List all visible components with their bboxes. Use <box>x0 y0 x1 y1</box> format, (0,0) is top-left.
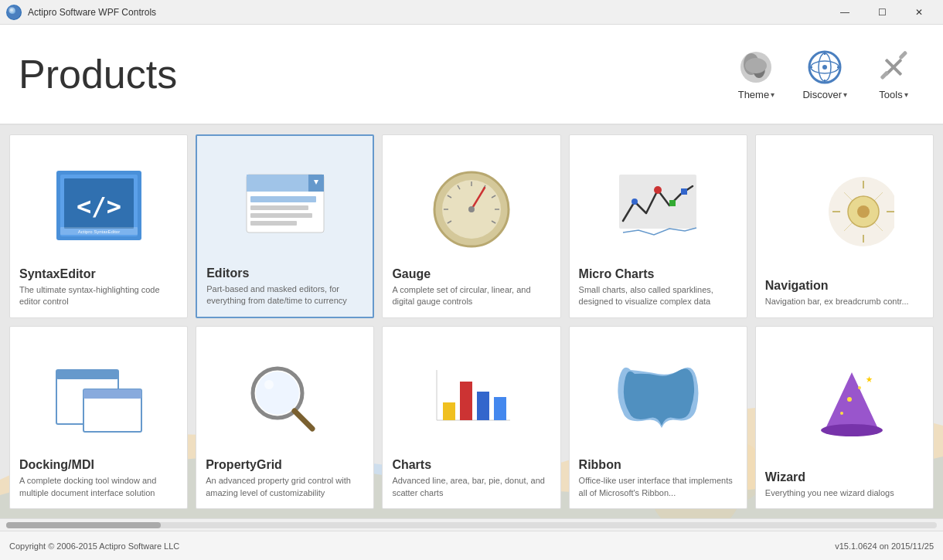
syntaxeditor-title: SyntaxEditor <box>19 267 178 281</box>
svg-rect-49 <box>619 175 696 229</box>
svg-point-83 <box>858 386 861 389</box>
dockingmdi-title: Docking/MDI <box>19 458 178 472</box>
svg-rect-32 <box>250 196 316 202</box>
svg-point-64 <box>857 205 870 218</box>
microcharts-icon <box>579 144 737 267</box>
navigation-icon <box>765 144 924 279</box>
wizard-desc: Everything you nee wizard dialogs <box>765 487 924 499</box>
svg-point-81 <box>821 424 883 436</box>
header: Products Theme <box>0 25 943 125</box>
header-nav: Theme Discover <box>725 42 924 107</box>
svg-rect-18 <box>880 70 889 80</box>
footer-version: v15.1.0624 on 2015/11/25 <box>835 541 934 551</box>
svg-point-1 <box>9 8 15 14</box>
product-card-charts[interactable]: Charts Advanced line, area, bar, pie, do… <box>382 326 560 510</box>
svg-text:</>: </> <box>77 192 121 221</box>
gauge-title: Gauge <box>392 267 550 281</box>
ribbon-title: Ribbon <box>579 458 737 472</box>
svg-point-6 <box>745 58 767 73</box>
svg-line-71 <box>294 411 312 429</box>
product-grid: </> Actipro SyntaxEditor SyntaxEditor Th… <box>0 125 943 518</box>
titlebar-title: Actipro Software WPF Controls <box>28 7 827 18</box>
footer: Copyright © 2006-2015 Actipro Software L… <box>0 531 943 560</box>
product-card-ribbon[interactable]: Ribbon Office-like user interface that i… <box>569 326 747 510</box>
wizard-icon <box>765 336 924 470</box>
svg-point-82 <box>847 397 852 402</box>
wizard-title: Wizard <box>765 470 924 484</box>
navigation-title: Navigation <box>765 279 924 293</box>
propertygrid-icon <box>206 336 364 459</box>
svg-rect-76 <box>443 402 455 420</box>
editors-desc: Part-based and masked editors, for every… <box>206 283 363 307</box>
nav-tools[interactable]: Tools <box>863 42 924 107</box>
product-card-gauge[interactable]: Gauge A complete set of circular, linear… <box>382 134 560 318</box>
discover-label: Discover <box>802 89 847 100</box>
gauge-desc: A complete set of circular, linear, and … <box>392 284 550 308</box>
svg-marker-85 <box>866 376 873 382</box>
scrollbar-track[interactable] <box>6 522 937 528</box>
syntaxeditor-desc: The ultimate syntax-highlighting code ed… <box>19 284 178 308</box>
svg-text:Actipro SyntaxEditor: Actipro SyntaxEditor <box>77 229 119 234</box>
svg-point-0 <box>7 5 21 19</box>
theme-icon <box>737 49 774 86</box>
svg-rect-77 <box>460 382 472 420</box>
svg-point-84 <box>840 412 843 415</box>
product-card-editors[interactable]: Editors Part-based and masked editors, f… <box>196 134 374 318</box>
svg-rect-66 <box>56 370 118 379</box>
svg-point-51 <box>654 186 662 194</box>
page-title: Products <box>19 51 725 97</box>
minimize-button[interactable]: — <box>827 2 863 23</box>
svg-rect-35 <box>250 221 297 226</box>
syntaxeditor-icon: </> Actipro SyntaxEditor <box>19 144 178 267</box>
svg-rect-17 <box>898 50 907 59</box>
svg-rect-78 <box>477 392 489 420</box>
nav-discover[interactable]: Discover <box>793 42 856 107</box>
svg-rect-79 <box>494 397 506 420</box>
product-card-propertygrid[interactable]: PropertyGrid An advanced property grid c… <box>196 326 374 510</box>
product-card-wizard[interactable]: Wizard Everything you nee wizard dialogs <box>755 326 934 510</box>
tools-label: Tools <box>879 89 907 100</box>
maximize-button[interactable]: ☐ <box>864 2 900 23</box>
footer-copyright: Copyright © 2006-2015 Actipro Software L… <box>9 541 179 551</box>
svg-point-50 <box>632 199 638 205</box>
charts-desc: Advanced line, area, bar, pie, donut, an… <box>392 475 550 499</box>
app-logo <box>6 5 22 20</box>
editors-icon <box>206 145 363 266</box>
microcharts-desc: Small charts, also called sparklines, de… <box>579 284 737 308</box>
product-card-dockingmdi[interactable]: Docking/MDI A complete docking tool wind… <box>9 326 188 510</box>
svg-rect-34 <box>250 213 312 218</box>
svg-rect-52 <box>669 200 676 206</box>
microcharts-title: Micro Charts <box>579 267 737 281</box>
svg-marker-80 <box>825 372 879 430</box>
product-card-microcharts[interactable]: Micro Charts Small charts, also called s… <box>569 134 747 318</box>
product-card-navigation[interactable]: Navigation Navigation bar, ex breadcrumb… <box>755 134 934 318</box>
scrollbar-thumb[interactable] <box>6 522 161 528</box>
close-button[interactable]: ✕ <box>901 2 937 23</box>
main-content: </> Actipro SyntaxEditor SyntaxEditor Th… <box>0 125 943 518</box>
gauge-icon <box>392 144 550 267</box>
charts-title: Charts <box>392 458 550 472</box>
svg-point-48 <box>468 206 475 212</box>
svg-rect-29 <box>247 175 308 192</box>
dockingmdi-desc: A complete docking tool window and multi… <box>19 475 178 499</box>
product-card-syntaxeditor[interactable]: </> Actipro SyntaxEditor SyntaxEditor Th… <box>9 134 188 318</box>
propertygrid-title: PropertyGrid <box>206 458 364 472</box>
svg-point-2 <box>10 8 13 12</box>
ribbon-icon <box>579 336 737 459</box>
editors-title: Editors <box>206 266 363 280</box>
charts-icon <box>392 336 550 459</box>
svg-point-72 <box>264 380 274 389</box>
titlebar: Actipro Software WPF Controls — ☐ ✕ <box>0 0 943 25</box>
svg-point-70 <box>256 372 299 415</box>
ribbon-desc: Office-like user interface that implemen… <box>579 475 737 499</box>
svg-rect-33 <box>250 205 308 210</box>
propertygrid-desc: An advanced property grid control with a… <box>206 475 364 499</box>
svg-point-12 <box>822 65 827 70</box>
svg-rect-53 <box>681 188 687 195</box>
svg-rect-68 <box>83 389 141 399</box>
scrollbar-area <box>0 518 943 531</box>
window-controls: — ☐ ✕ <box>827 2 937 23</box>
discover-icon <box>806 49 843 86</box>
dockingmdi-icon <box>19 336 178 459</box>
nav-theme[interactable]: Theme <box>725 42 787 107</box>
